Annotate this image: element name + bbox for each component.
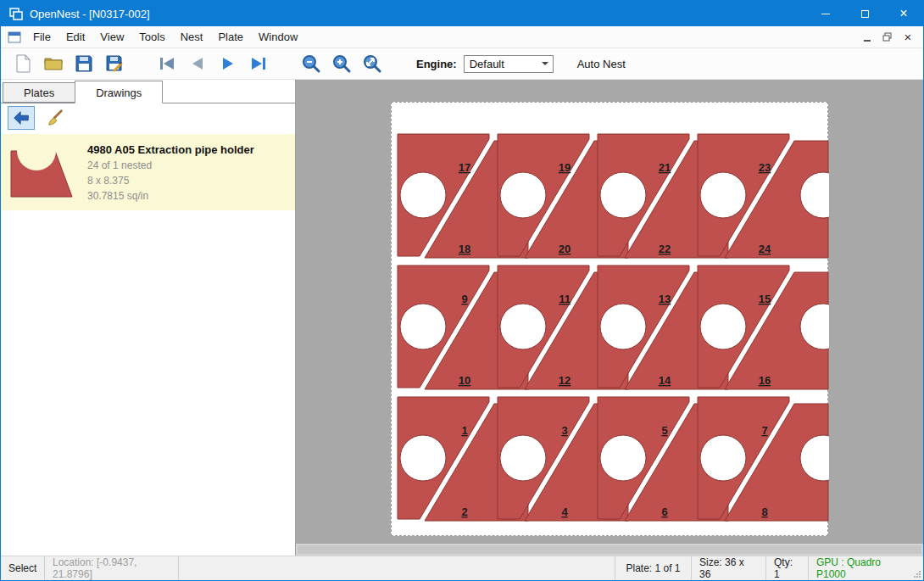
title-bar: OpenNest - [N0317-002] ×	[1, 1, 923, 26]
resize-grip-icon	[913, 570, 921, 578]
mdi-restore-button[interactable]	[879, 30, 896, 45]
scrollbar-thumb[interactable]	[298, 545, 921, 554]
menu-plate[interactable]: Plate	[210, 26, 251, 47]
mdi-restore-icon	[882, 32, 893, 42]
new-document-button[interactable]	[8, 51, 38, 76]
chevron-down-icon	[542, 62, 548, 65]
open-folder-icon	[43, 53, 64, 74]
window-controls: ×	[806, 1, 923, 26]
zoom-fit-icon	[362, 53, 382, 74]
svg-text:18: 18	[459, 243, 470, 255]
go-first-button[interactable]	[152, 51, 182, 76]
menu-bar: File Edit View Tools Nest Plate Window ×	[1, 26, 923, 48]
zoom-in-button[interactable]	[326, 51, 357, 76]
svg-text:9: 9	[461, 293, 467, 305]
status-bar: Select Location: [-0.9437, 21.8796] Plat…	[1, 556, 923, 580]
tab-drawings[interactable]: Drawings	[75, 81, 163, 103]
menu-nest[interactable]: Nest	[173, 26, 211, 47]
part-thumbnail	[8, 141, 75, 204]
go-next-icon	[218, 53, 238, 74]
svg-text:20: 20	[559, 243, 571, 255]
svg-text:7: 7	[761, 424, 767, 437]
svg-text:4: 4	[561, 506, 568, 518]
go-last-button[interactable]	[243, 51, 274, 76]
svg-text:22: 22	[659, 243, 671, 255]
menu-edit[interactable]: Edit	[58, 26, 92, 47]
mdi-close-icon: ×	[905, 31, 912, 43]
resize-grip[interactable]	[911, 556, 923, 580]
svg-text:14: 14	[659, 374, 671, 387]
toolbar: Engine: Default Auto Nest	[1, 48, 923, 80]
save-as-icon	[104, 53, 125, 74]
status-spacer	[179, 556, 615, 580]
auto-nest-button[interactable]: Auto Nest	[577, 58, 626, 70]
blue-arrow-icon	[12, 109, 31, 127]
app-icon	[9, 7, 23, 20]
maximize-icon	[861, 10, 869, 18]
plate: 171819202122232491011121314151612345678	[391, 102, 828, 536]
broom-icon	[46, 109, 64, 127]
svg-text:19: 19	[559, 161, 571, 174]
svg-text:3: 3	[561, 424, 567, 437]
menu-window[interactable]: Window	[251, 26, 305, 47]
svg-text:10: 10	[459, 374, 470, 387]
maximize-button[interactable]	[845, 1, 884, 26]
import-drawing-button[interactable]	[8, 106, 35, 130]
open-file-button[interactable]	[38, 51, 69, 76]
save-icon	[74, 53, 94, 74]
tab-plates[interactable]: Plates	[3, 82, 75, 103]
menu-view[interactable]: View	[92, 26, 131, 47]
go-previous-icon	[187, 53, 208, 74]
drawing-title: 4980 A05 Extraction pipe holder	[87, 143, 254, 156]
mdi-close-button[interactable]: ×	[899, 30, 916, 45]
zoom-fit-button[interactable]	[357, 51, 387, 76]
go-first-icon	[157, 53, 177, 74]
tab-strip: Plates Drawings	[1, 80, 295, 103]
menu-file[interactable]: File	[25, 26, 58, 47]
svg-text:6: 6	[661, 506, 667, 518]
drawing-size: 8 x 8.375	[87, 175, 254, 187]
mdi-minimize-button[interactable]	[859, 30, 876, 45]
close-icon: ×	[899, 7, 907, 20]
go-next-button[interactable]	[213, 51, 243, 76]
app-window: OpenNest - [N0317-002] × File Edit View …	[0, 0, 924, 581]
svg-text:17: 17	[459, 161, 470, 174]
nest-canvas[interactable]: 171819202122232491011121314151612345678	[296, 80, 923, 556]
save-as-button[interactable]	[99, 51, 130, 76]
app-logo-icon	[9, 7, 23, 20]
zoom-out-button[interactable]	[296, 51, 326, 76]
horizontal-scrollbar[interactable]	[296, 544, 923, 556]
save-button[interactable]	[69, 51, 99, 76]
svg-text:15: 15	[759, 293, 771, 305]
svg-text:1: 1	[461, 424, 467, 437]
mdi-minimize-icon	[864, 40, 871, 42]
svg-text:5: 5	[661, 424, 667, 437]
svg-text:12: 12	[559, 374, 571, 387]
close-button[interactable]: ×	[884, 1, 923, 26]
svg-text:21: 21	[659, 161, 671, 174]
go-last-icon	[248, 53, 269, 74]
drawing-meta: 4980 A05 Extraction pipe holder 24 of 1 …	[87, 141, 254, 204]
mdi-window-controls: ×	[859, 30, 923, 45]
drawings-panel-toolbar	[1, 103, 295, 132]
svg-text:11: 11	[559, 293, 571, 305]
drawing-list-item[interactable]: 4980 A05 Extraction pipe holder 24 of 1 …	[1, 134, 295, 210]
status-size: Size: 36 x 36	[691, 556, 765, 580]
menu-tools[interactable]: Tools	[131, 26, 172, 47]
status-location: Location: [-0.9437, 21.8796]	[45, 556, 179, 580]
status-plate: Plate: 1 of 1	[615, 556, 691, 580]
minimize-icon	[821, 14, 830, 14]
minimize-button[interactable]	[806, 1, 845, 26]
plate-svg: 171819202122232491011121314151612345678	[392, 103, 829, 537]
svg-text:23: 23	[759, 161, 771, 174]
status-mode: Select	[1, 556, 45, 580]
zoom-in-icon	[331, 53, 352, 74]
engine-select[interactable]: Default	[464, 55, 554, 73]
svg-text:24: 24	[759, 243, 771, 255]
clear-drawings-button[interactable]	[42, 106, 69, 130]
engine-label: Engine:	[416, 58, 457, 70]
zoom-out-icon	[301, 53, 321, 74]
go-previous-button[interactable]	[182, 51, 213, 76]
svg-text:16: 16	[759, 374, 771, 387]
left-panel: Plates Drawings	[1, 80, 296, 556]
